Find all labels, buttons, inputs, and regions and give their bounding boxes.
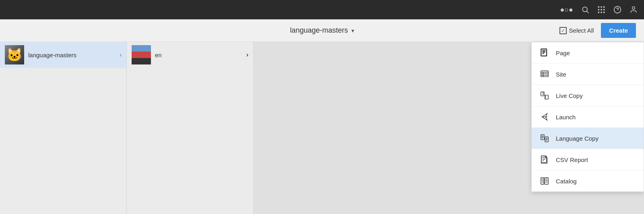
current-folder-label: language-masters xyxy=(290,26,348,35)
content-area: language-masters › en › xyxy=(0,42,644,214)
svg-rect-5 xyxy=(598,9,599,10)
menu-item-language-copy[interactable]: Language Copy xyxy=(532,128,644,149)
launch-icon xyxy=(540,112,549,122)
site-icon xyxy=(540,69,549,79)
svg-rect-6 xyxy=(601,9,602,10)
menu-item-page[interactable]: Page xyxy=(532,42,644,64)
list-item[interactable]: en › xyxy=(127,42,253,68)
column-2: en › xyxy=(127,42,254,214)
column-1: language-masters › xyxy=(0,42,127,214)
menu-item-launch-label: Launch xyxy=(556,114,576,121)
svg-rect-4 xyxy=(603,6,605,8)
menu-item-language-copy-label: Language Copy xyxy=(556,135,599,142)
menu-item-csv-report-label: CSV Report xyxy=(556,156,588,163)
menu-item-csv-report[interactable]: CSV Report xyxy=(532,149,644,170)
svg-rect-44 xyxy=(541,178,544,185)
item-label: language-masters xyxy=(28,52,116,58)
user-icon[interactable] xyxy=(630,6,638,14)
create-button[interactable]: Create xyxy=(601,23,636,38)
svg-rect-2 xyxy=(598,6,599,8)
svg-rect-3 xyxy=(601,6,602,8)
select-all-button[interactable]: ✓ Select All xyxy=(555,25,598,37)
menu-item-launch[interactable]: Launch xyxy=(532,106,644,128)
thumbnail xyxy=(132,45,151,64)
select-all-label: Select All xyxy=(569,27,594,34)
svg-point-0 xyxy=(582,7,587,12)
help-icon[interactable] xyxy=(613,6,621,14)
search-icon[interactable] xyxy=(581,6,589,14)
checkbox-icon: ✓ xyxy=(559,27,567,34)
csv-report-icon xyxy=(540,155,549,164)
catalog-icon xyxy=(540,176,549,186)
menu-item-catalog-label: Catalog xyxy=(556,178,577,185)
thumbnail xyxy=(5,45,24,64)
chevron-down-icon: ▾ xyxy=(351,27,354,34)
chevron-right-icon: › xyxy=(120,52,122,58)
item-label: en xyxy=(155,52,242,58)
chevron-right-icon: › xyxy=(246,51,248,58)
menu-item-live-copy-label: Live Copy xyxy=(556,92,583,99)
live-copy-icon xyxy=(540,91,549,100)
top-navigation-bar: ●○● xyxy=(0,0,644,19)
menu-item-site[interactable]: Site xyxy=(532,64,644,85)
create-dropdown-menu: Page Site xyxy=(531,42,644,192)
menu-item-site-label: Site xyxy=(556,71,566,78)
svg-rect-8 xyxy=(598,12,599,13)
svg-line-1 xyxy=(587,11,589,13)
svg-point-13 xyxy=(632,7,635,10)
menu-item-live-copy[interactable]: Live Copy xyxy=(532,85,644,106)
menu-item-catalog[interactable]: Catalog xyxy=(532,170,644,191)
apps-icon[interactable] xyxy=(597,6,605,14)
list-item[interactable]: language-masters › xyxy=(0,42,126,68)
menu-item-page-label: Page xyxy=(556,50,570,56)
svg-rect-27 xyxy=(541,92,544,96)
svg-rect-45 xyxy=(545,178,548,185)
svg-rect-7 xyxy=(603,9,605,10)
page-icon xyxy=(540,48,549,58)
breadcrumb[interactable]: language-masters ▾ xyxy=(290,26,354,35)
svg-rect-9 xyxy=(601,12,602,13)
svg-rect-10 xyxy=(603,12,605,13)
toolbar: language-masters ▾ ✓ Select All Create xyxy=(0,19,644,42)
search-icon[interactable]: ●○● xyxy=(560,6,573,14)
language-copy-icon xyxy=(540,133,549,143)
